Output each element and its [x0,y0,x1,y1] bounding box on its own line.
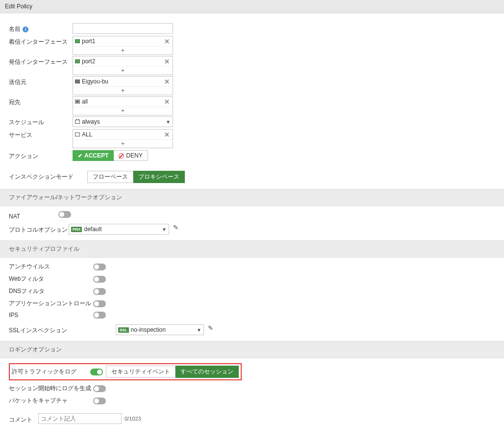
service-field[interactable]: ALL ✕ + [73,129,173,148]
ssl-inspection-label: SSLインスペクション [9,324,116,335]
add-item[interactable]: + [73,66,173,75]
protocol-options-label: プロトコルオプション [9,224,69,234]
antivirus-label: アンチウイルス [9,263,93,271]
log-allowed-toggle[interactable] [90,369,103,375]
inspection-flow-button[interactable]: フローベース [87,171,133,183]
comment-counter: 0/1023 [125,416,141,422]
appcontrol-label: アプリケーションコントロール [9,299,93,308]
port-icon [75,59,80,63]
service-label: サービス [9,129,73,139]
destination-field[interactable]: all ✕ + [73,96,173,115]
outgoing-interface-label: 発信インターフェース [9,56,73,66]
deny-icon [119,153,124,159]
incoming-interface-field[interactable]: port1 ✕ + [73,36,173,55]
highlight-box: 許可トラフィックをログ セキュリティイベント すべてのセッション [9,363,242,380]
remove-icon[interactable]: ✕ [163,78,171,85]
remove-icon[interactable]: ✕ [163,131,171,138]
name-label: 名前 i [9,23,73,33]
ips-toggle[interactable] [93,312,106,319]
outgoing-interface-field[interactable]: port2 ✕ + [73,56,173,75]
log-allowed-label: 許可トラフィックをログ [12,368,90,376]
window-title: Edit Policy [0,0,504,13]
remove-icon[interactable]: ✕ [163,58,171,65]
chevron-down-icon: ▼ [197,327,202,333]
add-item[interactable]: + [73,86,173,95]
nat-toggle[interactable] [58,211,71,218]
action-accept-button[interactable]: ACCEPT [73,150,114,161]
remove-icon[interactable]: ✕ [163,38,171,45]
inspection-mode-label: インスペクションモード [9,171,87,181]
remove-icon[interactable]: ✕ [163,98,171,106]
add-item[interactable]: + [73,139,173,148]
comment-input[interactable] [38,413,122,424]
ips-label: IPS [9,312,93,319]
destination-label: 宛先 [9,96,73,106]
chevron-down-icon: ▼ [166,119,171,125]
dnsfilter-toggle[interactable] [93,288,106,295]
device-icon [75,100,80,104]
check-icon [78,152,82,159]
incoming-interface-label: 着信インターフェース [9,36,73,46]
action-label: アクション [9,150,73,160]
log-session-start-label: セッション開始時にログを生成 [9,384,93,393]
protocol-options-select[interactable]: PRX default ▼ [69,224,169,235]
log-session-start-toggle[interactable] [93,385,106,392]
capture-packets-toggle[interactable] [93,398,106,404]
info-icon[interactable]: i [23,27,28,32]
port-icon [75,39,80,43]
pencil-icon[interactable] [173,224,178,231]
ssl-badge: SSL [118,327,129,333]
add-item[interactable]: + [73,106,173,115]
webfilter-toggle[interactable] [93,276,106,283]
webfilter-label: Webフィルタ [9,275,93,283]
antivirus-toggle[interactable] [93,264,106,270]
calendar-icon [75,120,80,124]
add-item[interactable]: + [73,46,173,54]
ssl-inspection-select[interactable]: SSL no-inspection ▼ [116,324,204,335]
section-security: セキュリティプロファイル [0,240,504,258]
chevron-down-icon: ▼ [162,227,167,232]
log-all-sessions-button[interactable]: すべてのセッション [176,366,239,378]
schedule-label: スケジュール [9,116,73,127]
name-input[interactable] [73,23,173,34]
source-label: 送信元 [9,76,73,86]
appcontrol-toggle[interactable] [93,300,106,307]
dnsfilter-label: DNSフィルタ [9,287,93,295]
source-field[interactable]: Eigyou-bu ✕ + [73,76,173,95]
capture-packets-label: パケットをキャプチャ [9,397,93,405]
address-icon [75,80,80,83]
inspection-proxy-button[interactable]: プロキシベース [133,171,185,183]
section-logging: ロギングオプション [0,341,504,358]
log-security-events-button[interactable]: セキュリティイベント [106,366,176,378]
service-icon [75,133,80,136]
section-firewall: ファイアウォール/ネットワークオプション [0,189,504,206]
pencil-icon[interactable] [208,324,213,332]
action-deny-button[interactable]: DENY [114,150,148,161]
nat-label: NAT [9,211,58,222]
prx-badge: PRX [71,227,82,232]
comment-label: コメント [9,414,38,424]
schedule-select[interactable]: always ▼ [73,116,173,127]
